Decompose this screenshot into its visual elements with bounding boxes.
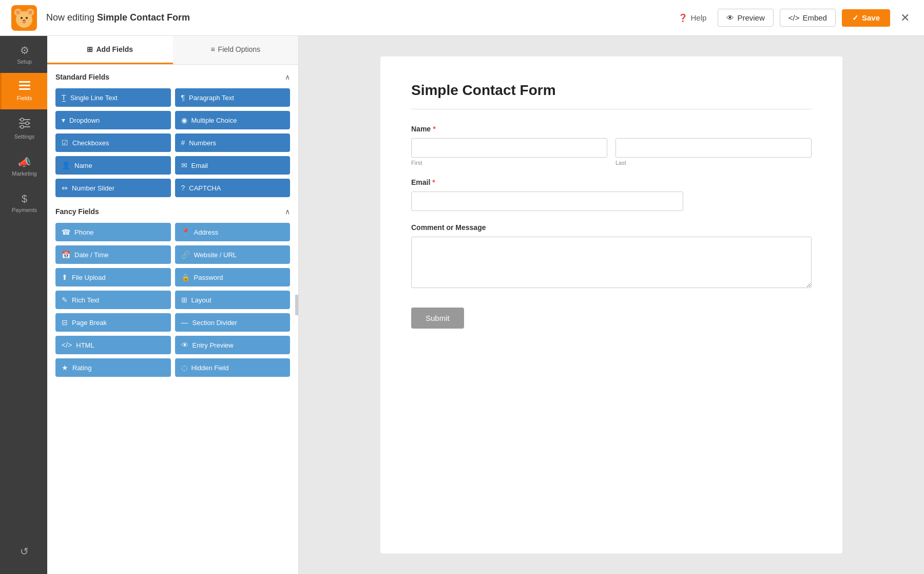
topbar-actions: ❓ Help 👁 Preview </> Embed ✓ Save ✕ (673, 9, 914, 27)
svg-point-8 (23, 20, 26, 22)
field-name[interactable]: 👤 Name (55, 156, 171, 175)
marketing-icon: 📣 (18, 156, 31, 168)
svg-rect-10 (19, 85, 30, 86)
add-fields-icon: ⊞ (87, 45, 93, 53)
paragraph-text-icon: ¶ (181, 93, 185, 102)
sidebar-item-fields[interactable]: Fields (0, 73, 47, 109)
fancy-fields-grid: ☎ Phone 📍 Address 📅 Date / Time 🔗 Websit… (55, 223, 290, 377)
field-rich-text[interactable]: ✎ Rich Text (55, 291, 171, 309)
rich-text-icon: ✎ (62, 296, 68, 304)
sidebar-item-payments[interactable]: $ Payments (0, 185, 47, 221)
field-hidden-field[interactable]: ◌ Hidden Field (175, 358, 291, 377)
page-break-icon: ⊟ (62, 318, 68, 327)
topbar: Now editing Simple Contact Form ❓ Help 👁… (0, 0, 924, 36)
form-field-message: Comment or Message (411, 223, 812, 290)
tab-add-fields[interactable]: ⊞ Add Fields (47, 36, 173, 64)
email-icon: ✉ (181, 161, 187, 169)
message-textarea[interactable] (411, 237, 812, 288)
field-phone[interactable]: ☎ Phone (55, 223, 171, 241)
field-options-icon: ≡ (210, 45, 215, 53)
settings-icon (19, 118, 30, 131)
fields-panel: ⊞ Add Fields ≡ Field Options Standard Fi… (47, 36, 299, 574)
first-name-input[interactable] (411, 138, 607, 158)
field-section-divider[interactable]: — Section Divider (175, 313, 291, 332)
preview-icon: 👁 (726, 13, 734, 22)
field-single-line-text[interactable]: T̲ Single Line Text (55, 88, 171, 107)
field-page-break[interactable]: ⊟ Page Break (55, 313, 171, 332)
field-html[interactable]: </> HTML (55, 336, 171, 354)
sidebar-item-label-payments: Payments (12, 207, 37, 213)
field-paragraph-text[interactable]: ¶ Paragraph Text (175, 88, 291, 107)
fields-panel-content: Standard Fields ∧ T̲ Single Line Text ¶ … (47, 65, 298, 574)
field-number-slider[interactable]: ⇔ Number Slider (55, 179, 171, 197)
form-card: Simple Contact Form Name * First Last (380, 56, 842, 553)
field-rating[interactable]: ★ Rating (55, 358, 171, 377)
rating-icon: ★ (62, 363, 68, 372)
sidebar-item-label-setup: Setup (17, 59, 32, 65)
help-icon: ❓ (678, 13, 688, 23)
logo (10, 4, 38, 32)
field-dropdown[interactable]: ▾ Dropdown (55, 111, 171, 129)
panel-collapse-button[interactable]: ‹ (295, 295, 299, 315)
field-checkboxes[interactable]: ☑ Checkboxes (55, 133, 171, 152)
close-button[interactable]: ✕ (896, 9, 914, 27)
embed-button[interactable]: </> Embed (780, 9, 836, 27)
logo-icon (11, 5, 37, 31)
svg-point-17 (21, 125, 24, 128)
last-name-sublabel: Last (615, 160, 812, 166)
sidebar-bottom: ↺ (0, 537, 47, 574)
tab-field-options[interactable]: ≡ Field Options (173, 36, 299, 64)
checkboxes-icon: ☑ (62, 139, 68, 147)
sidebar-item-marketing[interactable]: 📣 Marketing (0, 148, 47, 185)
svg-point-16 (26, 122, 29, 125)
svg-point-15 (21, 118, 24, 121)
fancy-fields-title: Fancy Fields (55, 207, 99, 216)
svg-point-6 (21, 17, 23, 19)
first-name-sublabel: First (411, 160, 607, 166)
standard-fields-chevron: ∧ (285, 73, 290, 81)
fancy-fields-header[interactable]: Fancy Fields ∧ (55, 207, 290, 216)
field-entry-preview[interactable]: 👁 Entry Preview (175, 336, 291, 354)
numbers-icon: # (181, 139, 185, 147)
field-multiple-choice[interactable]: ◉ Multiple Choice (175, 111, 291, 129)
save-button[interactable]: ✓ Save (842, 9, 890, 27)
form-field-email: Email * (411, 178, 812, 211)
email-required-indicator: * (432, 178, 435, 186)
last-name-wrap: Last (615, 138, 812, 166)
sidebar-item-history[interactable]: ↺ (0, 537, 47, 566)
section-divider-icon: — (181, 318, 188, 327)
field-date-time[interactable]: 📅 Date / Time (55, 245, 171, 264)
svg-point-7 (26, 17, 28, 19)
fancy-fields-chevron: ∧ (285, 207, 290, 216)
standard-fields-header[interactable]: Standard Fields ∧ (55, 73, 290, 81)
field-website-url[interactable]: 🔗 Website / URL (175, 245, 291, 264)
standard-fields-grid: T̲ Single Line Text ¶ Paragraph Text ▾ D… (55, 88, 290, 197)
help-button[interactable]: ❓ Help (673, 10, 712, 26)
field-email[interactable]: ✉ Email (175, 156, 291, 175)
fields-svg-icon (19, 81, 30, 90)
number-slider-icon: ⇔ (62, 184, 68, 192)
field-captcha[interactable]: ? CAPTCHA (175, 179, 291, 197)
field-layout[interactable]: ⊞ Layout (175, 291, 291, 309)
payments-icon: $ (22, 193, 27, 205)
standard-fields-title: Standard Fields (55, 73, 109, 81)
sidebar-item-settings[interactable]: Settings (0, 109, 47, 148)
setup-icon: ⚙ (20, 44, 29, 56)
field-password[interactable]: 🔒 Password (175, 268, 291, 286)
field-file-upload[interactable]: ⬆ File Upload (55, 268, 171, 286)
single-line-text-icon: T̲ (62, 93, 66, 102)
name-input-row: First Last (411, 138, 812, 166)
svg-point-4 (16, 10, 20, 14)
field-numbers[interactable]: # Numbers (175, 133, 291, 152)
field-address[interactable]: 📍 Address (175, 223, 291, 241)
settings-svg-icon (19, 118, 30, 129)
email-input[interactable] (411, 192, 683, 211)
name-icon: 👤 (62, 161, 70, 169)
sidebar-item-setup[interactable]: ⚙ Setup (0, 36, 47, 73)
icon-sidebar: ⚙ Setup Fields (0, 36, 47, 574)
entry-preview-icon: 👁 (181, 341, 188, 349)
preview-button[interactable]: 👁 Preview (718, 9, 773, 27)
submit-button[interactable]: Submit (411, 308, 464, 329)
sidebar-item-label-marketing: Marketing (12, 170, 36, 177)
last-name-input[interactable] (615, 138, 812, 158)
